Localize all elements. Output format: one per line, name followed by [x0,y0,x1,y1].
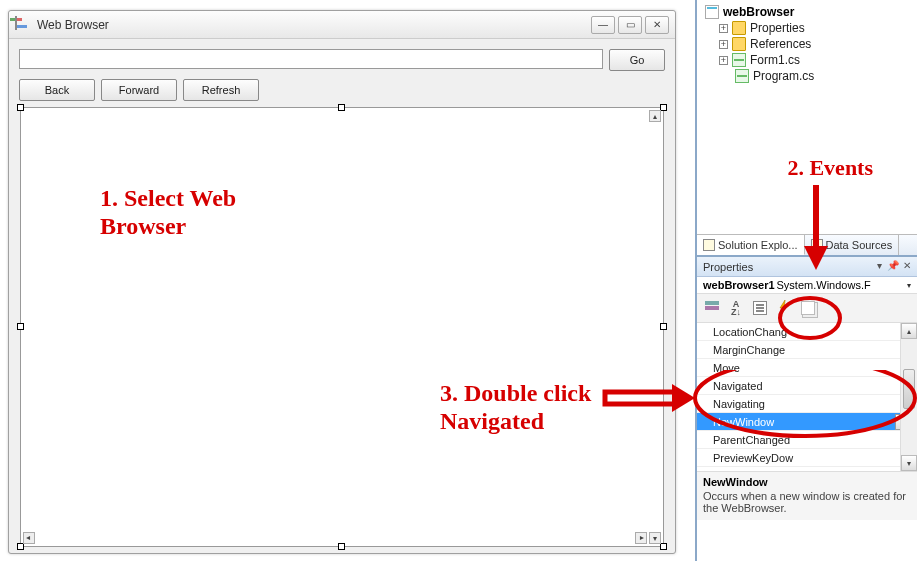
selection-handle[interactable] [660,543,667,550]
tab-label: Data Sources [826,239,893,251]
event-name: Navigated [713,380,763,392]
form-titlebar[interactable]: Web Browser — ▭ ✕ [9,11,675,39]
designer-form-window: Web Browser — ▭ ✕ Go Back Forward Refres… [8,10,676,554]
properties-description: NewWindow Occurs when a new window is cr… [697,471,917,520]
properties-header[interactable]: Properties ▾ 📌 ✕ [697,257,917,277]
selection-handle[interactable] [17,323,24,330]
properties-button[interactable] [749,297,771,319]
close-button[interactable]: ✕ [645,16,669,34]
tool-tabs: Solution Explo... Data Sources [697,234,917,256]
component-type: System.Windows.F [777,279,871,291]
dropdown-arrow-icon: ▾ [907,281,911,290]
properties-scrollbar[interactable]: ▴ ▾ [900,323,917,471]
properties-title: Properties [703,261,753,273]
solution-explorer-tree: webBrowser + Properties + References + F… [697,0,917,94]
autohide-pin-icon[interactable]: 📌 [887,259,899,271]
event-name: Navigating [713,398,765,410]
url-input[interactable] [19,49,603,69]
properties-panel: Properties ▾ 📌 ✕ webBrowser1 System.Wind… [697,256,917,520]
scroll-left-icon[interactable]: ▾ [23,532,35,544]
event-row-selected[interactable]: NewWindow ▾ [697,413,917,431]
forward-button[interactable]: Forward [101,79,177,101]
minimize-button[interactable]: — [591,16,615,34]
tab-label: Solution Explo... [718,239,798,251]
scroll-thumb[interactable] [903,369,915,409]
scroll-up-icon[interactable]: ▴ [649,110,661,122]
solution-explorer-icon [703,239,715,251]
property-pages-button[interactable] [797,297,819,319]
tree-project-node[interactable]: webBrowser [705,4,911,20]
event-name: MarginChange [713,344,785,356]
refresh-button[interactable]: Refresh [183,79,259,101]
tree-form1-node[interactable]: + Form1.cs [705,52,911,68]
right-panel: webBrowser + Properties + References + F… [695,0,917,561]
scroll-down-icon[interactable]: ▾ [649,532,661,544]
categorized-button[interactable] [701,297,723,319]
properties-events-list: LocationChang MarginChange Move Navigate… [697,323,917,471]
data-sources-icon [811,239,823,251]
selection-handle[interactable] [660,323,667,330]
tree-properties-node[interactable]: + Properties [705,20,911,36]
scroll-right-icon[interactable]: ▾ [635,532,647,544]
form-app-icon [15,17,31,33]
properties-component-selector[interactable]: webBrowser1 System.Windows.F ▾ [697,277,917,294]
selection-handle[interactable] [17,104,24,111]
properties-icon [753,301,767,315]
form-body: Go Back Forward Refresh ▴ ▾ ▾ ▾ [9,39,675,557]
expand-icon[interactable]: + [719,40,728,49]
event-row[interactable]: PreviewKeyDow [697,449,917,467]
event-row[interactable]: Navigating [697,395,917,413]
window-buttons: — ▭ ✕ [591,16,669,34]
description-name: NewWindow [703,476,911,488]
csharp-form-icon [732,53,746,67]
event-row[interactable]: MarginChange [697,341,917,359]
selection-handle[interactable] [660,104,667,111]
alphabetical-button[interactable]: AZ↓ [725,297,747,319]
categorized-icon [705,301,719,315]
project-label: webBrowser [723,5,794,19]
events-button[interactable] [773,297,795,319]
webbrowser-control[interactable]: ▴ ▾ ▾ ▾ [20,107,664,547]
form-title: Web Browser [37,18,591,32]
expand-icon[interactable]: + [719,56,728,65]
csharp-file-icon [735,69,749,83]
properties-toolbar: AZ↓ [697,294,917,323]
event-row-navigated[interactable]: Navigated [697,377,917,395]
tab-data-sources[interactable]: Data Sources [805,235,900,255]
tree-label: Properties [750,21,805,35]
event-row[interactable]: ParentChanged [697,431,917,449]
lightning-bolt-icon [777,300,791,316]
event-name: LocationChang [713,326,787,338]
tree-label: References [750,37,811,51]
tree-label: Program.cs [753,69,814,83]
event-name: PreviewKeyDow [713,452,793,464]
event-name: NewWindow [713,416,774,428]
expand-icon[interactable]: + [719,24,728,33]
folder-icon [732,37,746,51]
window-position-icon[interactable]: ▾ [873,259,885,271]
selection-handle[interactable] [338,104,345,111]
folder-icon [732,21,746,35]
tree-label: Form1.cs [750,53,800,67]
close-panel-icon[interactable]: ✕ [901,259,913,271]
event-name: ParentChanged [713,434,790,446]
selection-handle[interactable] [17,543,24,550]
property-pages-icon [801,301,815,315]
go-button[interactable]: Go [609,49,665,71]
scroll-up-button[interactable]: ▴ [901,323,917,339]
tree-program-node[interactable]: Program.cs [705,68,911,84]
tree-references-node[interactable]: + References [705,36,911,52]
description-text: Occurs when a new window is created for … [703,490,906,514]
tab-solution-explorer[interactable]: Solution Explo... [697,235,805,255]
event-name: Move [713,362,740,374]
event-row[interactable]: LocationChang [697,323,917,341]
project-icon [705,5,719,19]
event-row[interactable]: Move [697,359,917,377]
component-name: webBrowser1 [703,279,775,291]
scroll-down-button[interactable]: ▾ [901,455,917,471]
back-button[interactable]: Back [19,79,95,101]
selection-handle[interactable] [338,543,345,550]
maximize-button[interactable]: ▭ [618,16,642,34]
